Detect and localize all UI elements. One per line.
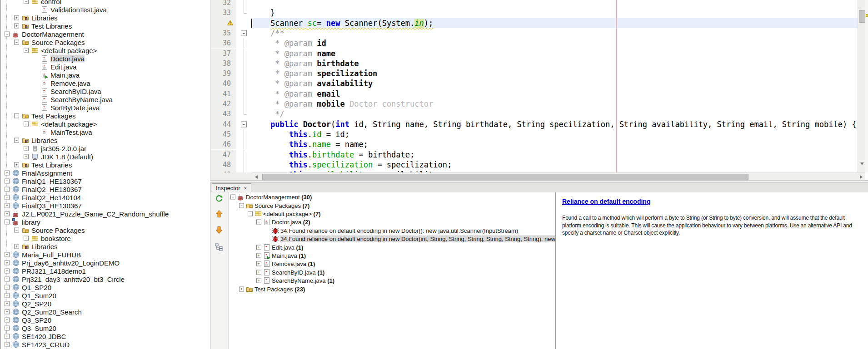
project-tree-item-finalassignment[interactable]: +FinalAssignment [1, 169, 208, 177]
code-line-45[interactable]: 45 this.id = id; [210, 129, 858, 139]
expand-toggle-icon[interactable]: + [14, 162, 19, 167]
project-tree-item-test-packages[interactable]: −Test Packages [1, 112, 208, 120]
code-text[interactable]: this.id = id; [252, 129, 858, 139]
expand-toggle-icon[interactable]: + [14, 24, 19, 29]
code-text[interactable] [252, 0, 858, 8]
project-tree-item-control[interactable]: −control [1, 0, 208, 5]
project-tree-item-libraries[interactable]: +Libraries [1, 242, 208, 251]
code-text[interactable]: * @param birthdate [252, 59, 858, 69]
arrow-down-button[interactable] [215, 226, 223, 234]
code-line-39[interactable]: 39 * @param specilization [210, 69, 858, 79]
project-tree-item-q1-sp20[interactable]: +Q1_SP20 [1, 283, 208, 291]
code-text[interactable]: Scanner sc= new Scanner(System.in); [252, 18, 858, 28]
project-tree-item-default-package[interactable]: −<default package> [1, 46, 208, 54]
code-text[interactable]: * @param mobile Doctor constructor [252, 99, 858, 109]
expand-toggle-icon[interactable]: + [256, 245, 261, 250]
expand-toggle-icon[interactable]: + [5, 195, 10, 200]
close-icon[interactable]: × [244, 185, 247, 192]
expand-toggle-icon[interactable]: + [256, 270, 261, 275]
expand-toggle-icon[interactable]: + [5, 252, 10, 257]
code-line-35[interactable]: 35 /** [210, 28, 858, 38]
code-text[interactable]: } [252, 8, 858, 18]
inspector-item-34-found-reliance-on-default-encoding-in-new-doctor-int-string-string-string-string-string-string-new-java-util-scann[interactable]: 34:Found reliance on default encoding in… [229, 235, 555, 243]
project-tree-item-q2-sp20[interactable]: +Q2_SP20 [1, 300, 208, 308]
expand-toggle-icon[interactable]: + [5, 203, 10, 208]
expand-toggle-icon[interactable]: + [5, 261, 10, 265]
code-text[interactable]: this.specilization = specilization; [252, 160, 858, 170]
project-tree-item-j2-l-p0021-puzzle-game-c2-random-shuffle[interactable]: +J2.L.P0021_Puzzle_Game_C2_Random_shuffl… [1, 210, 208, 218]
collapse-toggle-icon[interactable]: − [5, 220, 10, 225]
project-tree-item-default-package[interactable]: −<default package> [1, 120, 208, 128]
expand-toggle-icon[interactable]: + [5, 171, 10, 176]
code-line-41[interactable]: 41 * @param email [210, 89, 858, 99]
code-line-42[interactable]: 42 * @param mobile Doctor constructor [210, 99, 858, 109]
project-tree-item-prj-day6-anhttv20-logindemo[interactable]: +Prj_day6_anhttv20_LoginDEMO [1, 259, 208, 267]
expand-toggle-icon[interactable]: + [239, 286, 244, 291]
editor-panel[interactable]: 3233 } Scanner sc= new Scanner(System.in… [210, 0, 868, 180]
code-line-47[interactable]: 47 this.birthdate = birthdate; [210, 150, 858, 160]
project-tree-item-doctor-java[interactable]: Doctor.java [1, 54, 208, 63]
code-fold-toggle-icon[interactable] [236, 119, 252, 129]
project-tree-item-remove-java[interactable]: Remove.java [1, 79, 208, 87]
inspector-item-searchbyid-java[interactable]: +SearchByID.java (1) [229, 268, 555, 276]
expand-toggle-icon[interactable]: + [5, 301, 10, 306]
expand-toggle-icon[interactable]: + [5, 326, 10, 331]
collapse-toggle-icon[interactable]: − [5, 32, 10, 37]
project-tree-item-doctormanagerment[interactable]: −DoctorManagerment [1, 30, 208, 38]
expand-toggle-icon[interactable]: + [5, 285, 10, 290]
code-line-33[interactable]: 33 } [210, 8, 858, 18]
bug-description-title-link[interactable]: Reliance on default encoding [562, 198, 862, 205]
expand-toggle-icon[interactable]: + [5, 342, 10, 347]
expand-toggle-icon[interactable]: + [5, 277, 10, 282]
expand-toggle-icon[interactable]: + [14, 15, 19, 20]
expand-toggle-icon[interactable]: + [24, 154, 29, 159]
collapse-toggle-icon[interactable]: − [256, 220, 261, 225]
project-tree-item-libraries[interactable]: −Libraries [1, 136, 208, 144]
code-text[interactable]: * @param name [252, 49, 858, 59]
code-line-46[interactable]: 46 this.name = name; [210, 139, 858, 149]
inspector-item-doctormanagerment[interactable]: −DoctorManagerment (30) [229, 193, 555, 201]
inspector-item-doctor-java[interactable]: −Doctor.java (2) [229, 218, 555, 226]
horizontal-scroll-thumb[interactable] [262, 174, 748, 180]
inspector-item-34-found-reliance-on-default-encoding-in-new-doctor-new-java-util-scanner-inputstream[interactable]: 34:Found reliance on default encoding in… [229, 226, 555, 235]
project-tree-item-q1-sum20[interactable]: +Q1_Sum20 [1, 291, 208, 300]
inspector-item-source-packages[interactable]: −Source Packages (7) [229, 201, 555, 209]
code-line-36[interactable]: 36 * @param id [210, 38, 858, 48]
refresh-button[interactable] [215, 194, 223, 202]
project-tree-item-test-libraries[interactable]: +Test Libraries [1, 161, 208, 169]
expand-toggle-icon[interactable]: + [5, 179, 10, 184]
expand-toggle-icon[interactable]: + [24, 236, 29, 241]
project-tree-item-q2-sum20-search[interactable]: +Q2_Sum20_Search [1, 308, 208, 316]
scroll-left-arrow-icon[interactable] [255, 175, 258, 179]
project-tree-item-sortbydate-java[interactable]: SortByDate.java [1, 103, 208, 112]
warning-mark[interactable] [866, 14, 868, 17]
project-tree-item-jsr305-2-0-0-jar[interactable]: +jsr305-2.0.0.jar [1, 144, 208, 152]
code-line-38[interactable]: 38 * @param birthdate [210, 59, 858, 69]
project-tree-item-finalq3-he130367[interactable]: +FinalQ3_HE130367 [1, 202, 208, 210]
project-tree-item-validationtest-java[interactable]: ValidationTest.java [1, 5, 208, 14]
expand-toggle-icon[interactable]: + [5, 334, 10, 339]
expand-toggle-icon[interactable]: + [5, 269, 10, 274]
code-line-warn[interactable]: Scanner sc= new Scanner(System.in); [210, 18, 858, 28]
expand-toggle-icon[interactable]: + [256, 278, 261, 283]
collapse-toggle-icon[interactable]: − [248, 211, 253, 216]
editor-horizontal-scrollbar[interactable] [252, 172, 865, 180]
code-line-40[interactable]: 40 * @param availability [210, 79, 858, 88]
expand-toggle-icon[interactable]: + [5, 293, 10, 298]
expand-toggle-icon[interactable]: + [24, 146, 29, 151]
collapse-toggle-icon[interactable]: − [14, 40, 19, 45]
collapse-toggle-icon[interactable]: − [24, 0, 29, 4]
inspector-item-edit-java[interactable]: +Edit.java (1) [229, 243, 555, 251]
project-tree-item-se1420-jdbc[interactable]: +SE1420-JDBC [1, 332, 208, 340]
vertical-scroll-thumb[interactable] [859, 10, 866, 23]
project-tree-item-bookstore[interactable]: +bookstore [1, 234, 208, 242]
project-tree-item-jdk-1-8-default[interactable]: +JDK 1.8 (Default) [1, 152, 208, 161]
project-tree-item-searchbyid-java[interactable]: SearchByID.java [1, 87, 208, 95]
code-text[interactable]: this.name = name; [252, 139, 858, 149]
scroll-right-arrow-icon[interactable] [860, 175, 863, 179]
project-tree-item-prj321-1418demo1[interactable]: +PRJ321_1418demo1 [1, 267, 208, 275]
expand-toggle-icon[interactable]: + [256, 261, 261, 266]
inspector-item-default-package[interactable]: −<default package> (7) [229, 210, 555, 218]
code-line-32[interactable]: 32 [210, 0, 858, 8]
expand-toggle-icon[interactable]: + [5, 310, 10, 315]
